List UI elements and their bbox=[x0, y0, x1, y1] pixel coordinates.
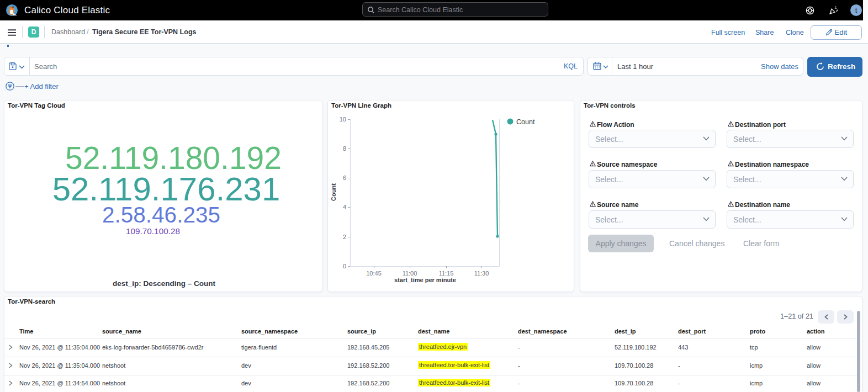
svg-text:0: 0 bbox=[343, 263, 346, 269]
svg-text:start_time per minute: start_time per minute bbox=[394, 277, 456, 283]
svg-text:2: 2 bbox=[343, 234, 346, 240]
svg-text:10: 10 bbox=[340, 116, 346, 123]
svg-text:6: 6 bbox=[343, 174, 346, 181]
svg-text:Count: Count bbox=[330, 183, 337, 201]
svg-text:4: 4 bbox=[343, 204, 346, 210]
svg-text:Count: Count bbox=[516, 118, 535, 126]
svg-text:10:45: 10:45 bbox=[366, 270, 382, 277]
svg-text:11:00: 11:00 bbox=[403, 270, 417, 277]
svg-text:11:15: 11:15 bbox=[439, 270, 454, 277]
svg-text:8: 8 bbox=[343, 145, 346, 152]
svg-text:11:30: 11:30 bbox=[474, 270, 489, 277]
